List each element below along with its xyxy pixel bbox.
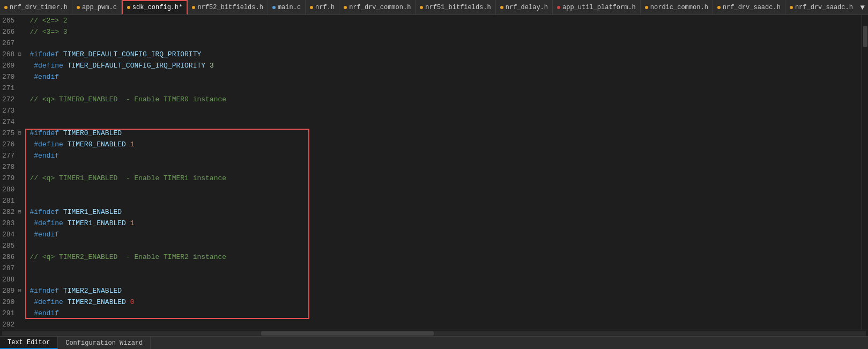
code-content-266: // <3=> 3 xyxy=(29,26,67,38)
gutter-line-278: 278 xyxy=(2,161,21,173)
code-content-283: #define TIMER1_ENABLED 1 xyxy=(29,218,134,229)
tab-app_util_platform_h[interactable]: app_util_platform.h xyxy=(553,0,641,14)
hscroll-track[interactable] xyxy=(2,331,866,336)
hscroll-thumb[interactable] xyxy=(261,331,434,336)
tab-label-app_util_platform_h: app_util_platform.h xyxy=(562,4,636,11)
gutter-line-289: 289⊟ xyxy=(2,285,21,296)
bottom-tabs: Text EditorConfiguration Wizard xyxy=(0,336,868,349)
gutter-line-282: 282⊟ xyxy=(2,206,21,218)
gutter-line-283: 283 xyxy=(2,218,21,229)
code-line-268: #ifndef TIMER_DEFAULT_CONFIG_IRQ_PRIORIT… xyxy=(25,49,862,60)
tab-label-main_c: main.c xyxy=(278,4,301,11)
line-number-290: 290 xyxy=(2,296,14,308)
code-line-291: #endif xyxy=(25,308,862,319)
line-number-284: 284 xyxy=(2,229,14,240)
line-number-267: 267 xyxy=(2,38,14,49)
line-number-292: 292 xyxy=(2,319,14,330)
tab-dot-nrf_drv_saadc_h1 xyxy=(717,6,721,9)
code-line-276: #define TIMER0_ENABLED 1 xyxy=(25,139,862,150)
code-line-273 xyxy=(25,105,862,116)
line-number-285: 285 xyxy=(2,240,14,251)
tab-nrf51_bitfields_h[interactable]: nrf51_bitfields.h xyxy=(416,0,495,14)
gutter-line-285: 285 xyxy=(2,240,21,251)
tab-overflow-button[interactable]: ▼ xyxy=(857,0,868,14)
tab-nrf_drv_common_h[interactable]: nrf_drv_common.h xyxy=(339,0,416,14)
tab-label-nrf_drv_saadc_h1: nrf_drv_saadc.h xyxy=(723,4,781,11)
code-content-286: // <q> TIMER2_ENABLED - Enable TIMER2 in… xyxy=(29,251,226,263)
horizontal-scrollbar[interactable] xyxy=(0,330,868,336)
tab-nrf_drv_saadc_h1[interactable]: nrf_drv_saadc.h xyxy=(713,0,785,14)
tab-nrf_h[interactable]: nrf.h xyxy=(306,0,339,14)
tab-nrf_delay_h[interactable]: nrf_delay.h xyxy=(496,0,553,14)
fold-icon-line-282[interactable]: ⊟ xyxy=(16,206,21,218)
code-line-286: // <q> TIMER2_ENABLED - Enable TIMER2 in… xyxy=(25,251,862,263)
gutter-line-270: 270 xyxy=(2,71,21,83)
code-line-284: #endif xyxy=(25,229,862,240)
code-line-271 xyxy=(25,83,862,94)
code-line-272: // <q> TIMER0_ENABLED - Enable TIMER0 in… xyxy=(25,94,862,105)
tab-dot-nrf_delay_h xyxy=(500,6,503,9)
gutter-line-271: 271 xyxy=(2,83,21,94)
code-line-270: #endif xyxy=(25,71,862,83)
tab-app_pwm_c[interactable]: app_pwm.c xyxy=(72,0,122,14)
gutter-line-268: 268⊟ xyxy=(2,49,21,60)
gutter-line-281: 281 xyxy=(2,195,21,206)
line-number-281: 281 xyxy=(2,195,14,206)
fold-icon-line-289[interactable]: ⊟ xyxy=(16,285,21,296)
tab-nrf52_bitfields_h[interactable]: nrf52_bitfields.h xyxy=(188,0,268,14)
code-content-282: #ifndef TIMER1_ENABLED xyxy=(29,206,122,218)
vscroll-thumb[interactable] xyxy=(863,26,867,47)
code-line-281 xyxy=(25,195,862,206)
code-line-280 xyxy=(25,184,862,195)
line-number-273: 273 xyxy=(2,105,14,116)
tab-dot-nordic_common_h xyxy=(645,6,648,9)
code-area[interactable]: // <2=> 2// <3=> 3#ifndef TIMER_DEFAULT_… xyxy=(25,15,862,330)
code-line-292 xyxy=(25,319,862,330)
code-line-269: #define TIMER_DEFAULT_CONFIG_IRQ_PRIORIT… xyxy=(25,60,862,71)
code-line-274 xyxy=(25,116,862,128)
gutter-line-265: 265 xyxy=(2,15,21,26)
tab-nrf_drv_timer_h[interactable]: nrf_drv_timer.h xyxy=(0,0,72,14)
editor-container: 265266267268⊟269270271272273274275⊟27627… xyxy=(0,15,868,330)
line-number-274: 274 xyxy=(2,116,14,128)
gutter-line-274: 274 xyxy=(2,116,21,128)
tab-dot-app_util_platform_h xyxy=(557,6,560,9)
code-line-267 xyxy=(25,38,862,49)
line-number-289: 289 xyxy=(2,285,14,296)
code-content-291: #endif xyxy=(29,308,59,319)
gutter-line-286: 286 xyxy=(2,251,21,263)
gutter-line-275: 275⊟ xyxy=(2,128,21,139)
gutter-line-292: 292 xyxy=(2,319,21,330)
gutter-line-276: 276 xyxy=(2,139,21,150)
gutter-line-287: 287 xyxy=(2,263,21,274)
line-number-266: 266 xyxy=(2,26,14,38)
line-number-276: 276 xyxy=(2,139,14,150)
bottom-tab-config-wizard[interactable]: Configuration Wizard xyxy=(58,337,151,349)
code-content-272: // <q> TIMER0_ENABLED - Enable TIMER0 in… xyxy=(29,94,226,105)
code-line-275: #ifndef TIMER0_ENABLED xyxy=(25,128,862,139)
code-line-288 xyxy=(25,274,862,285)
fold-icon-line-275[interactable]: ⊟ xyxy=(16,128,21,139)
line-number-287: 287 xyxy=(2,263,14,274)
line-number-gutter: 265266267268⊟269270271272273274275⊟27627… xyxy=(0,15,25,330)
tab-dot-nrf_drv_common_h xyxy=(344,6,347,9)
tab-dot-app_pwm_c xyxy=(77,6,80,9)
code-line-290: #define TIMER2_ENABLED 0 xyxy=(25,296,862,308)
code-content-289: #ifndef TIMER2_ENABLED xyxy=(29,285,122,296)
line-number-282: 282 xyxy=(2,206,14,218)
line-number-288: 288 xyxy=(2,274,14,285)
bottom-tab-text-editor[interactable]: Text Editor xyxy=(0,337,58,349)
tab-dot-nrf_drv_timer_h xyxy=(4,6,8,9)
code-line-278 xyxy=(25,161,862,173)
tab-nordic_common_h[interactable]: nordic_common.h xyxy=(641,0,713,14)
fold-icon-line-268[interactable]: ⊟ xyxy=(16,49,21,60)
line-number-277: 277 xyxy=(2,150,14,161)
gutter-line-273: 273 xyxy=(2,105,21,116)
code-line-287 xyxy=(25,263,862,274)
vertical-scrollbar[interactable] xyxy=(862,15,868,330)
tab-sdk_config_h[interactable]: sdk_config.h* xyxy=(122,0,188,14)
tab-nrf_drv_saadc_h2[interactable]: nrf_drv_saadc.h xyxy=(785,0,857,14)
line-number-279: 279 xyxy=(2,173,14,184)
tab-main_c[interactable]: main.c xyxy=(268,0,306,14)
line-number-283: 283 xyxy=(2,218,14,229)
